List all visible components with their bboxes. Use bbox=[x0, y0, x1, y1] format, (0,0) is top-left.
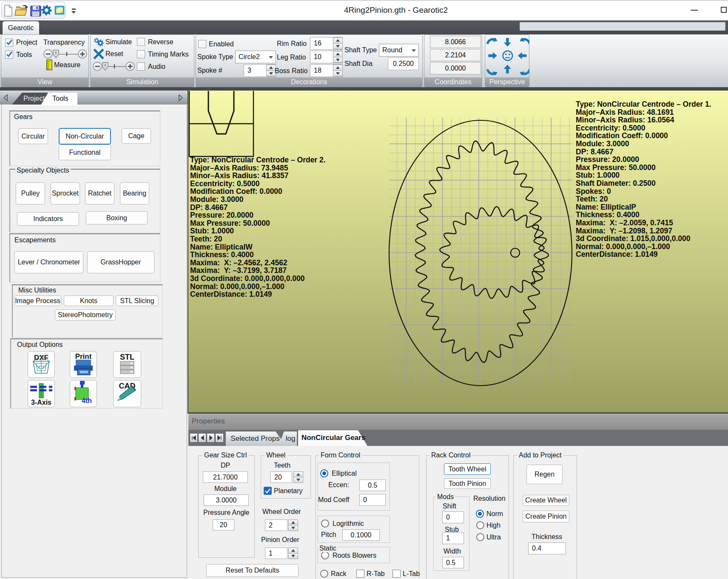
svg-text:Print: Print bbox=[75, 352, 92, 360]
svg-text:4th: 4th bbox=[82, 397, 92, 404]
svg-text:3-Axis: 3-Axis bbox=[31, 399, 51, 406]
svg-text:STL: STL bbox=[120, 353, 134, 361]
